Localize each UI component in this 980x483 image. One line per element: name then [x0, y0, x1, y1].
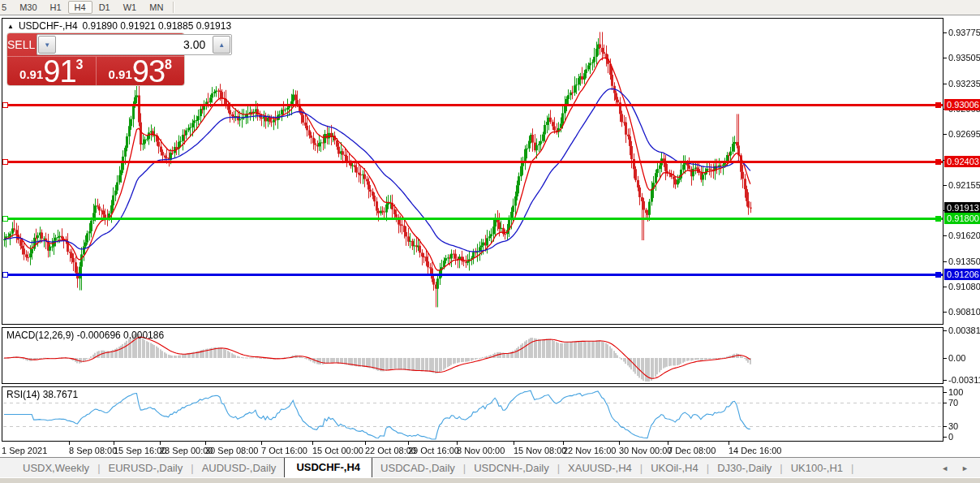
time-axis-label: 15 Oct 00:00 — [312, 446, 363, 455]
macd-axis-label: 0.003811 — [948, 326, 980, 336]
tab-scroll-left-icon[interactable]: ◄ — [941, 464, 948, 472]
time-axis-tick — [457, 442, 458, 445]
macd-label: MACD(12,26,9) -0.000696 0.000186 — [6, 330, 164, 341]
price-axis-label: 0.92695 — [948, 129, 980, 140]
time-axis-label: 7 Oct 16:00 — [261, 446, 307, 455]
time-axis-label: 29 Oct 16:00 — [408, 446, 459, 455]
collapse-triangle-icon[interactable]: ▲ — [7, 23, 14, 30]
hline-0.91206[interactable] — [2, 274, 943, 276]
buy-price-button[interactable]: 0.91938 — [97, 57, 185, 85]
price-badge-0.91206: 0.91206 — [944, 269, 980, 280]
macd-axis-tick — [943, 330, 947, 331]
sell-price-sup: 3 — [76, 58, 84, 72]
chart-tab-bar: USDX,Weekly|EURUSD-,Daily|AUDUSD-,DailyU… — [0, 457, 980, 478]
chart-tab-eurusd-daily[interactable]: EURUSD-,Daily — [101, 459, 191, 477]
time-axis-tick — [514, 442, 514, 445]
volume-increase-button[interactable]: ▲ — [213, 36, 230, 54]
time-axis-label: 8 Sep 08:00 — [69, 446, 117, 455]
price-axis-tick — [943, 84, 947, 84]
time-axis-tick — [205, 442, 206, 445]
hline-0.92403[interactable] — [2, 161, 943, 163]
price-badge-0.91800: 0.91800 — [944, 213, 980, 224]
hline-handle-right-0.918[interactable] — [935, 216, 941, 222]
chart-tab-usdcnh-daily[interactable]: USDCNH-,Daily — [466, 459, 557, 477]
chart-tab-usdchf-h4[interactable]: USDCHF-,H4 — [284, 458, 372, 478]
time-axis-tick — [69, 442, 70, 445]
hline-handle-right-0.92403[interactable] — [935, 159, 941, 165]
macd-axis-label: 0.00 — [948, 353, 980, 364]
sell-price-big: 91 — [43, 59, 75, 84]
rsi-label: RSI(14) 38.7671 — [6, 389, 78, 400]
chart-tab-usdcad-daily[interactable]: USDCAD-,Daily — [372, 459, 463, 477]
macd-axis-label: -0.003115 — [948, 375, 980, 386]
price-badge-0.91913: 0.91913 — [944, 202, 980, 213]
price-axis-label: 0.91350 — [948, 257, 980, 267]
chart-tab-xauusd-h4[interactable]: XAUUSD-,H4 — [560, 459, 640, 477]
triangle-up-icon: ▲ — [218, 41, 225, 49]
time-axis-tick — [408, 442, 409, 445]
macd-axis-tick — [943, 380, 947, 381]
rsi-axis-label: 70 — [948, 398, 980, 408]
time-axis-tick — [729, 442, 729, 445]
price-axis-label: 0.93235 — [948, 79, 980, 89]
chart-tab-uk100-h1[interactable]: UK100-,H1 — [783, 459, 851, 477]
time-axis-label: 15 Nov 08:00 — [514, 446, 566, 455]
hline-handle-left-0.92403[interactable] — [2, 159, 8, 165]
horizontal-scrollbar-strip — [0, 477, 980, 483]
chart-tab-audusd-daily[interactable]: AUDUSD-,Daily — [194, 459, 285, 477]
chart-header: ▲ USDCHF-,H4 0.91890 0.91921 0.91885 0.9… — [7, 20, 231, 32]
hline-handle-right-0.91206[interactable] — [935, 272, 941, 278]
chart-title: USDCHF-,H4 — [19, 20, 78, 32]
tab-scroll-right-icon[interactable]: ► — [961, 464, 969, 472]
hline-handle-left-0.918[interactable] — [2, 216, 8, 222]
price-axis-label: 0.92155 — [948, 180, 980, 191]
chart-tab-usdx-weekly[interactable]: USDX,Weekly — [15, 459, 97, 477]
price-axis-tick — [943, 32, 947, 33]
time-axis-label: 15 Sep 16:00 — [114, 446, 166, 455]
price-axis-label: 0.93775 — [948, 28, 980, 38]
time-axis-tick — [114, 442, 114, 445]
hline-0.93006[interactable] — [2, 104, 943, 106]
chart-tab-ukoil-h4[interactable]: UKOil-,H4 — [643, 459, 707, 477]
hline-handle-left-0.91206[interactable] — [2, 272, 8, 278]
buy-button[interactable]: BUY — [234, 34, 257, 56]
time-axis-tick — [160, 442, 161, 445]
volume-decrease-button[interactable]: ▼ — [38, 36, 56, 54]
time-axis-label: 30 Sep 08:00 — [205, 446, 258, 455]
time-axis-label: 7 Dec 08:00 — [668, 446, 716, 455]
time-axis-tick — [312, 442, 313, 445]
price-axis-label: 0.91080 — [948, 282, 980, 292]
volume-input[interactable] — [57, 37, 212, 52]
rsi-axis-label: 0 — [948, 432, 980, 442]
price-axis-tick — [943, 261, 947, 262]
price-axis-label: 0.91620 — [948, 231, 980, 241]
rsi-axis-label: 100 — [948, 387, 980, 398]
time-axis-label: 8 Nov 00:00 — [457, 446, 505, 455]
rsi-axis-tick — [943, 437, 947, 438]
hline-handle-right-0.93006[interactable] — [935, 102, 941, 108]
triangle-down-icon: ▼ — [44, 41, 50, 49]
sell-button[interactable]: SELL — [7, 34, 35, 56]
hline-handle-left-0.93006[interactable] — [2, 102, 8, 108]
tab-separator: | — [851, 462, 853, 474]
tab-scroll-arrows: ◄ ► — [941, 464, 969, 472]
price-axis-tick — [943, 134, 947, 135]
rsi-axis-tick — [943, 426, 947, 427]
hline-0.918[interactable] — [2, 218, 943, 220]
time-axis-tick — [563, 442, 564, 445]
mt4-chart-window: 5M30H1H4D1W1MN ▲ USDCHF-,H4 0.91890 0.91… — [0, 0, 980, 483]
price-axis-tick — [943, 235, 947, 236]
chart-tab-dj30-daily[interactable]: DJ30-,Daily — [709, 459, 780, 477]
time-axis-label: 30 Nov 00:00 — [619, 446, 672, 455]
one-click-trading-panel: SELL ▼ ▲ BUY 0.91913 0.91938 — [6, 32, 185, 86]
rsi-axis-label: 30 — [948, 421, 980, 432]
sell-price-small: 0.91 — [19, 67, 43, 81]
time-axis-label: 14 Dec 16:00 — [729, 446, 781, 455]
sell-price-button[interactable]: 0.91913 — [7, 57, 97, 85]
price-axis-tick — [943, 287, 947, 287]
rsi-axis-tick — [943, 392, 947, 393]
price-badge-0.92403: 0.92403 — [944, 156, 980, 167]
price-axis-label: 0.93505 — [948, 53, 980, 63]
buy-price-big: 93 — [132, 59, 165, 84]
price-axis-tick — [943, 312, 947, 313]
